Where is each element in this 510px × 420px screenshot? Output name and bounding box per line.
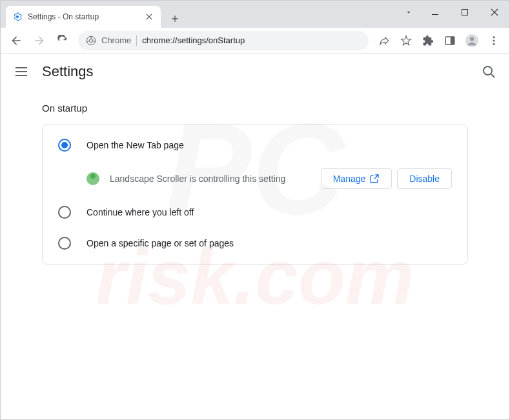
svg-rect-1 bbox=[462, 10, 468, 15]
back-button[interactable] bbox=[6, 30, 26, 51]
option-label: Open a specific page or set of pages bbox=[87, 238, 234, 248]
radio-icon[interactable] bbox=[58, 206, 71, 219]
radio-icon[interactable] bbox=[58, 237, 71, 250]
notice-text: Landscape Scroller is controlling this s… bbox=[110, 174, 311, 184]
url-text: chrome://settings/onStartup bbox=[142, 35, 245, 45]
share-icon[interactable] bbox=[374, 30, 394, 51]
disable-button[interactable]: Disable bbox=[397, 168, 452, 189]
option-new-tab[interactable]: Open the New Tab page bbox=[43, 130, 467, 161]
svg-point-2 bbox=[16, 15, 19, 18]
option-label: Continue where you left off bbox=[87, 207, 194, 217]
address-bar[interactable]: Chrome chrome://settings/onStartup bbox=[78, 31, 369, 50]
svg-point-4 bbox=[89, 39, 92, 42]
svg-rect-0 bbox=[432, 14, 438, 15]
svg-rect-6 bbox=[451, 37, 454, 45]
svg-point-8 bbox=[470, 37, 474, 41]
extensions-icon[interactable] bbox=[418, 30, 438, 51]
svg-point-10 bbox=[493, 39, 495, 41]
search-icon[interactable] bbox=[481, 64, 496, 79]
browser-tab[interactable]: Settings - On startup bbox=[6, 6, 161, 28]
option-continue[interactable]: Continue where you left off bbox=[43, 197, 467, 228]
minimize-button[interactable] bbox=[420, 1, 450, 24]
menu-icon[interactable] bbox=[484, 30, 504, 51]
manage-button[interactable]: Manage bbox=[321, 168, 393, 189]
svg-point-9 bbox=[493, 36, 495, 38]
close-window-button[interactable] bbox=[480, 1, 509, 24]
section-title: On startup bbox=[42, 103, 468, 114]
maximize-button[interactable] bbox=[450, 1, 480, 24]
option-label: Open the New Tab page bbox=[87, 140, 184, 150]
hamburger-icon[interactable] bbox=[14, 64, 29, 79]
settings-icon bbox=[12, 12, 23, 22]
extension-icon bbox=[87, 172, 99, 185]
content: On startup Open the New Tab page Landsca… bbox=[1, 90, 509, 277]
open-external-icon bbox=[369, 174, 380, 184]
tab-title: Settings - On startup bbox=[28, 12, 139, 21]
divider bbox=[136, 35, 137, 46]
radio-icon[interactable] bbox=[58, 139, 71, 152]
option-specific-pages[interactable]: Open a specific page or set of pages bbox=[43, 228, 467, 259]
svg-point-14 bbox=[484, 66, 492, 75]
new-tab-button[interactable] bbox=[166, 10, 184, 28]
bookmark-icon[interactable] bbox=[396, 30, 416, 51]
side-panel-icon[interactable] bbox=[440, 30, 460, 51]
chrome-icon bbox=[86, 35, 96, 46]
page-title: Settings bbox=[42, 63, 94, 80]
chrome-label: Chrome bbox=[101, 35, 131, 45]
forward-button[interactable] bbox=[29, 30, 50, 51]
startup-card: Open the New Tab page Landscape Scroller… bbox=[42, 124, 468, 265]
tab-search-dropdown[interactable] bbox=[397, 1, 420, 24]
reload-button[interactable] bbox=[52, 30, 73, 51]
browser-toolbar: Chrome chrome://settings/onStartup bbox=[1, 28, 509, 54]
svg-point-11 bbox=[493, 43, 495, 45]
profile-icon[interactable] bbox=[462, 30, 482, 51]
close-tab-icon[interactable] bbox=[144, 12, 154, 22]
settings-header: Settings bbox=[1, 54, 509, 90]
extension-notice: Landscape Scroller is controlling this s… bbox=[43, 161, 467, 197]
